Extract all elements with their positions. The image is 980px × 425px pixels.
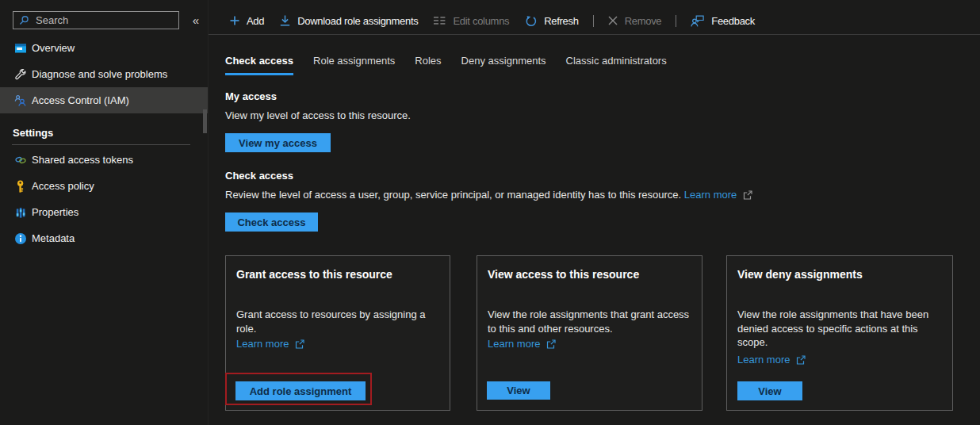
- sidebar-group-settings: Settings: [13, 127, 53, 139]
- sidebar-item-diagnose[interactable]: Diagnose and solve problems: [0, 61, 208, 87]
- sidebar-search-box[interactable]: [13, 11, 179, 29]
- tab-check-access[interactable]: Check access: [225, 55, 293, 75]
- sidebar-item-label: Metadata: [32, 232, 75, 244]
- command-bar: Add Download role assignments Edit col: [209, 0, 980, 35]
- sidebar-item-label: Diagnose and solve problems: [32, 68, 167, 80]
- sidebar-item-access-policy[interactable]: Access policy: [0, 173, 208, 199]
- shared-tokens-icon: [14, 154, 27, 167]
- sidebar-item-label: Shared access tokens: [32, 154, 133, 166]
- overview-icon: [14, 42, 27, 55]
- view-deny-assignments-card: View deny assignments View the role assi…: [726, 255, 953, 411]
- card-body: View the role assignments that grant acc…: [488, 308, 695, 335]
- edit-columns-icon: [434, 16, 446, 25]
- download-role-assignments-button[interactable]: Download role assignments: [272, 7, 426, 35]
- external-link-icon: [743, 190, 752, 200]
- tab-roles[interactable]: Roles: [415, 55, 441, 75]
- add-button[interactable]: Add: [222, 7, 272, 35]
- info-icon: [14, 232, 27, 245]
- panel-divider: [208, 0, 209, 425]
- plus-icon: [230, 16, 239, 25]
- external-link-icon: [546, 339, 556, 349]
- check-access-button[interactable]: Check access: [225, 212, 318, 232]
- add-role-assignment-button[interactable]: Add role assignment: [235, 381, 366, 400]
- check-access-heading: Check access: [225, 170, 293, 182]
- card-title: Grant access to this resource: [236, 268, 392, 281]
- toolbar-separator: [593, 15, 594, 27]
- edit-columns-button[interactable]: Edit columns: [426, 7, 517, 35]
- card-learn-more: Learn more: [236, 338, 304, 350]
- my-access-description: View my level of access to this resource…: [225, 109, 411, 121]
- my-access-heading: My access: [225, 90, 277, 102]
- sidebar-item-label: Access Control (IAM): [32, 94, 129, 106]
- sliders-icon: [14, 206, 27, 219]
- card-title: View deny assignments: [737, 268, 863, 281]
- card-title: View access to this resource: [488, 268, 639, 281]
- wrench-icon: [14, 68, 27, 81]
- refresh-icon: [525, 15, 537, 27]
- check-access-description: Review the level of access a user, group…: [225, 189, 752, 201]
- tab-deny-assignments[interactable]: Deny assignments: [461, 55, 546, 75]
- card-body: Grant access to resources by assigning a…: [236, 308, 444, 335]
- sidebar-item-label: Overview: [32, 42, 75, 54]
- view-access-button[interactable]: View: [487, 381, 550, 400]
- tab-classic-administrators[interactable]: Classic administrators: [566, 55, 667, 75]
- feedback-icon: [691, 15, 704, 27]
- view-access-card: View access to this resource View the ro…: [477, 255, 702, 411]
- key-icon: [14, 180, 27, 193]
- search-input[interactable]: [36, 14, 167, 26]
- sidebar-item-shared-access-tokens[interactable]: Shared access tokens: [0, 147, 208, 173]
- sidebar-scrollbar[interactable]: [203, 109, 207, 133]
- feedback-button[interactable]: Feedback: [683, 7, 763, 35]
- collapse-sidebar-button[interactable]: «: [187, 12, 205, 29]
- card-learn-more: Learn more: [488, 338, 556, 350]
- grant-access-card: Grant access to this resource Grant acce…: [225, 255, 450, 411]
- main-panel: Add Download role assignments Edit col: [208, 0, 980, 425]
- toolbar-separator: [676, 15, 676, 27]
- sidebar: « Overview Diagnose and solve problems: [0, 0, 208, 425]
- view-deny-button[interactable]: View: [737, 381, 802, 400]
- remove-button[interactable]: Remove: [600, 7, 670, 35]
- tab-bar: Check access Role assignments Roles Deny…: [225, 55, 687, 75]
- external-link-icon: [796, 355, 806, 365]
- access-control-icon: [14, 94, 27, 107]
- card-learn-more: Learn more: [737, 354, 806, 366]
- remove-icon: [608, 16, 618, 25]
- refresh-button[interactable]: Refresh: [517, 7, 586, 35]
- learn-more-link[interactable]: Learn more: [737, 354, 790, 366]
- sidebar-group-divider: [12, 144, 190, 145]
- download-icon: [280, 15, 290, 26]
- sidebar-item-label: Access policy: [32, 180, 94, 192]
- view-my-access-button[interactable]: View my access: [225, 133, 331, 152]
- sidebar-item-access-control[interactable]: Access Control (IAM): [0, 87, 208, 113]
- card-body: View the role assignments that have been…: [737, 308, 945, 350]
- sidebar-item-overview[interactable]: Overview: [0, 35, 208, 61]
- sidebar-item-label: Properties: [32, 206, 78, 218]
- search-icon: [19, 15, 29, 25]
- sidebar-item-metadata[interactable]: Metadata: [0, 225, 208, 251]
- learn-more-link[interactable]: Learn more: [488, 338, 540, 350]
- sidebar-item-properties[interactable]: Properties: [0, 199, 208, 225]
- external-link-icon: [295, 339, 304, 349]
- learn-more-link[interactable]: Learn more: [236, 338, 289, 350]
- learn-more-link[interactable]: Learn more: [684, 189, 737, 201]
- tab-role-assignments[interactable]: Role assignments: [313, 55, 395, 75]
